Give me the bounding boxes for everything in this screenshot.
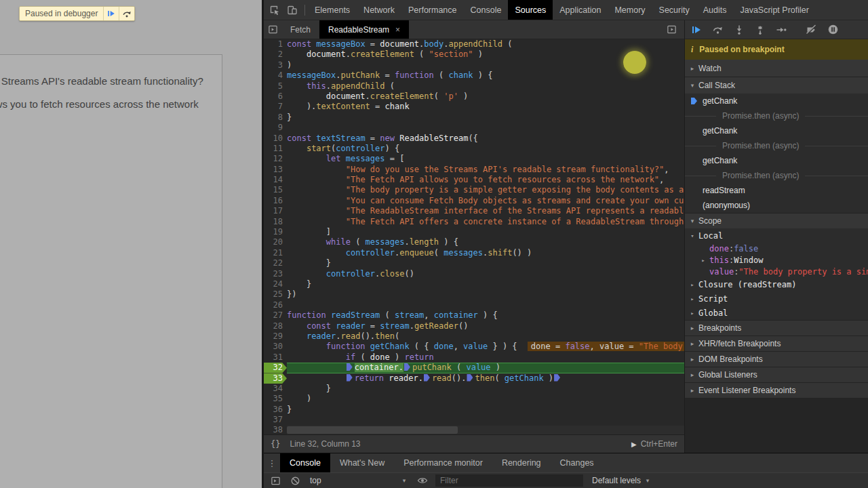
line-number[interactable]: 15	[264, 185, 287, 195]
scope-group-local[interactable]: ▾Local	[685, 228, 868, 243]
scope-variable-this[interactable]: ▸this: Window	[685, 254, 868, 266]
live-expression-eye-icon[interactable]	[416, 475, 429, 486]
step-out-button[interactable]	[755, 24, 766, 35]
call-stack-section-header[interactable]: ▾ Call Stack	[685, 77, 868, 94]
file-tab-readablestream[interactable]: ReadableStream×	[319, 20, 409, 39]
call-stack-frame[interactable]: getChank	[685, 94, 868, 108]
line-number[interactable]: 32	[264, 363, 287, 373]
editor-horizontal-scrollbar[interactable]	[287, 426, 458, 434]
tab-audits[interactable]: Audits	[696, 0, 734, 20]
line-number[interactable]: 34	[264, 384, 287, 394]
call-stack-frame[interactable]: getChank	[685, 123, 868, 138]
section-xhr-fetch-breakpoints[interactable]: ▸XHR/fetch Breakpoints	[685, 336, 868, 351]
line-number[interactable]: 5	[264, 81, 287, 92]
banner-step-over-button[interactable]	[119, 7, 134, 20]
line-number[interactable]: 10	[264, 134, 287, 144]
line-number[interactable]: 11	[264, 144, 287, 154]
line-number[interactable]: 7	[264, 102, 287, 112]
line-number[interactable]: 3	[264, 60, 287, 70]
scope-group-script[interactable]: ▸Script	[685, 291, 868, 306]
line-number[interactable]: 1	[264, 39, 287, 49]
line-number[interactable]: 12	[264, 154, 287, 164]
banner-resume-button[interactable]	[103, 7, 119, 20]
line-number[interactable]: 14	[264, 175, 287, 185]
watch-section-header[interactable]: ▸ Watch	[685, 60, 868, 77]
step-over-button[interactable]	[712, 24, 724, 35]
line-number[interactable]: 19	[264, 227, 287, 237]
line-number[interactable]: 29	[264, 331, 287, 342]
tab-application[interactable]: Application	[553, 0, 608, 20]
line-number[interactable]: 9	[264, 123, 287, 133]
line-number[interactable]: 37	[264, 415, 287, 425]
show-debugger-panel-icon[interactable]	[663, 20, 680, 39]
close-tab-icon[interactable]: ×	[395, 25, 400, 35]
drawer-tab-console[interactable]: Console	[280, 453, 330, 472]
line-number[interactable]: 33	[264, 373, 287, 384]
line-number[interactable]: 20	[264, 237, 287, 247]
deactivate-breakpoints-button[interactable]	[806, 24, 817, 35]
call-stack-frame[interactable]: (anonymous)	[685, 198, 868, 213]
line-number[interactable]: 4	[264, 70, 287, 81]
line-number[interactable]: 28	[264, 321, 287, 331]
console-filter-input[interactable]	[435, 474, 583, 487]
line-number[interactable]: 6	[264, 92, 287, 102]
file-tab-fetch[interactable]: Fetch	[281, 20, 319, 39]
call-stack-async-boundary[interactable]: Promise.then (async)	[685, 108, 868, 123]
line-number[interactable]: 31	[264, 352, 287, 363]
scope-group-closure-readstream[interactable]: ▸Closure (readStream)	[685, 277, 868, 291]
tab-console[interactable]: Console	[464, 0, 509, 20]
section-global-listeners[interactable]: ▸Global Listeners	[685, 367, 868, 382]
scope-variable-value[interactable]: value: "The body property is a simp	[685, 266, 868, 277]
log-levels-select[interactable]: Default levels ▾	[592, 476, 651, 485]
inspect-element-icon[interactable]	[269, 5, 280, 16]
line-number[interactable]: 38	[264, 425, 287, 434]
call-stack-frame[interactable]: getChank	[685, 153, 868, 168]
scope-group-global[interactable]: ▸Global	[685, 306, 868, 320]
resume-script-button[interactable]	[691, 24, 702, 35]
pause-on-exceptions-button[interactable]	[827, 24, 839, 35]
code-editor[interactable]: 1const messageBox = document.body.append…	[264, 39, 684, 434]
call-stack-frame[interactable]: readStream	[685, 183, 868, 198]
section-dom-breakpoints[interactable]: ▸DOM Breakpoints	[685, 351, 868, 367]
section-breakpoints[interactable]: ▸Breakpoints	[685, 320, 868, 336]
tab-network[interactable]: Network	[357, 0, 401, 20]
call-stack-async-boundary[interactable]: Promise.then (async)	[685, 168, 868, 183]
line-number[interactable]: 23	[264, 269, 287, 279]
line-number[interactable]: 25	[264, 289, 287, 300]
console-sidebar-icon[interactable]	[269, 476, 282, 486]
step-button[interactable]	[776, 24, 787, 35]
drawer-tab-rendering[interactable]: Rendering	[492, 453, 551, 472]
scope-section-header[interactable]: ▾ Scope	[685, 213, 868, 228]
tab-performance[interactable]: Performance	[401, 0, 464, 20]
drawer-menu-icon[interactable]: ⋮	[264, 453, 280, 472]
line-number[interactable]: 21	[264, 248, 287, 258]
line-number[interactable]: 16	[264, 196, 287, 206]
call-stack-async-boundary[interactable]: Promise.then (async)	[685, 138, 868, 153]
drawer-tab-what-s-new[interactable]: What's New	[330, 453, 394, 472]
line-number[interactable]: 8	[264, 113, 287, 123]
tab-memory[interactable]: Memory	[608, 0, 652, 20]
line-number[interactable]: 26	[264, 300, 287, 310]
tab-security[interactable]: Security	[652, 0, 696, 20]
line-number[interactable]: 27	[264, 310, 287, 321]
pretty-print-icon[interactable]: {}	[271, 439, 280, 449]
line-number[interactable]: 13	[264, 165, 287, 175]
tab-sources[interactable]: Sources	[508, 0, 553, 20]
javascript-context-select[interactable]: top ▾	[308, 476, 410, 485]
tab-javascript-profiler[interactable]: JavaScript Profiler	[733, 0, 815, 20]
line-number[interactable]: 22	[264, 258, 287, 268]
line-number[interactable]: 35	[264, 394, 287, 404]
line-number[interactable]: 24	[264, 279, 287, 289]
drawer-tab-performance-monitor[interactable]: Performance monitor	[394, 453, 492, 472]
line-number[interactable]: 17	[264, 206, 287, 216]
step-into-button[interactable]	[734, 24, 745, 35]
line-number[interactable]: 18	[264, 217, 287, 227]
clear-console-icon[interactable]	[288, 476, 302, 486]
scope-variable-done[interactable]: done: false	[685, 243, 868, 254]
device-toolbar-icon[interactable]	[287, 5, 298, 16]
tab-elements[interactable]: Elements	[308, 0, 357, 20]
line-number[interactable]: 36	[264, 405, 287, 415]
section-event-listener-breakpoints[interactable]: ▸Event Listener Breakpoints	[685, 382, 868, 398]
line-number[interactable]: 30	[264, 342, 287, 352]
show-navigator-icon[interactable]	[264, 20, 281, 39]
